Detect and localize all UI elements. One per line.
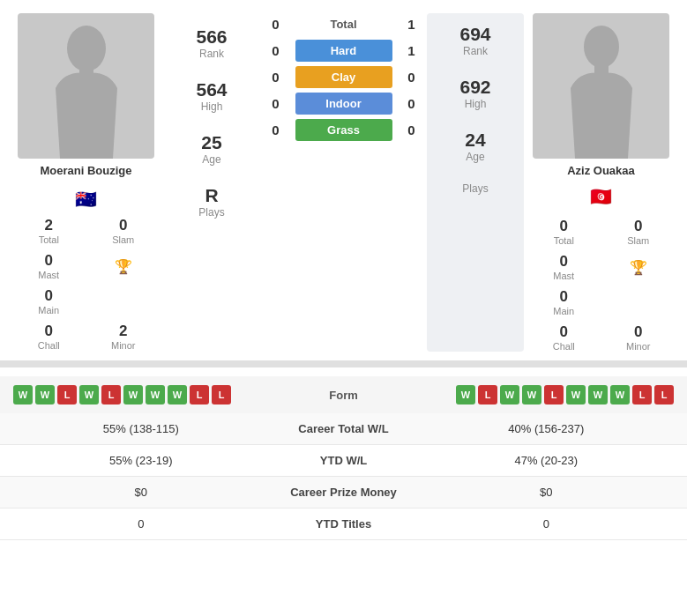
stats-rows: 55% (138-115) Career Total W/L 40% (156-… (0, 413, 687, 540)
right-player-flag: 🇹🇳 (590, 186, 612, 207)
stats-row-label: Career Prize Money (265, 486, 423, 499)
stats-row-right-value: $0 (423, 486, 670, 499)
stats-row: 0 YTD Titles 0 (0, 508, 687, 540)
left-age-block: 25 Age (201, 132, 221, 166)
score-clay-row: 0 Clay 0 (260, 66, 427, 88)
left-player-stats: 2 Total 0 Slam 0 Mast 🏆 0 Main 0 Chall (9, 217, 163, 351)
score-indoor-row: 0 Indoor 0 (260, 93, 427, 115)
stats-row-left-value: 0 (18, 517, 265, 531)
form-badge: L (478, 385, 497, 404)
score-grass-row: 0 Grass 0 (260, 119, 427, 141)
form-badge: W (79, 385, 99, 404)
right-chall-stat2: 0 Chall (531, 323, 597, 352)
score-hard-row: 0 Hard 1 (260, 40, 427, 62)
form-badge: L (654, 385, 674, 404)
form-badge: W (500, 385, 519, 404)
right-form-badges: WLWWLWWWLL (456, 385, 674, 404)
right-trophy2: 🏆 (606, 253, 672, 281)
left-player-card: Moerani Bouzige 🇦🇺 2 Total 0 Slam 0 Mast… (9, 13, 163, 352)
form-badge: L (57, 385, 77, 404)
left-minor-stat2: 2 Minor (91, 323, 157, 351)
center-scores: 0 Total 1 0 Hard 1 0 Clay 0 0 (260, 13, 427, 352)
right-rank-block: 694 Rank (459, 24, 490, 57)
svg-point-2 (584, 26, 619, 68)
top-section: Moerani Bouzige 🇦🇺 2 Total 0 Slam 0 Mast… (0, 0, 687, 360)
right-mast-stat2: 0 Mast (531, 253, 597, 281)
right-age-block: 24 Age (465, 130, 485, 163)
right-main-stat2: 0 Main (531, 288, 597, 316)
stats-row: 55% (138-115) Career Total W/L 40% (156-… (0, 413, 687, 445)
form-badge: W (456, 385, 475, 404)
left-player-silhouette (34, 22, 139, 159)
right-plays-block: Plays (462, 182, 488, 195)
left-player-name: Moerani Bouzige (40, 164, 131, 177)
right-total-stat2: 0 Total (531, 218, 597, 246)
right-slam-stat2: 0 Slam (606, 218, 672, 246)
form-badge: W (146, 385, 165, 404)
left-plays-block: R Plays (198, 185, 224, 219)
left-form-badges: WWLWLWWWLL (13, 385, 231, 404)
form-badge: L (544, 385, 564, 404)
scores-wrapper: 0 Total 1 0 Hard 1 0 Clay 0 0 (260, 13, 427, 141)
form-badge: W (168, 385, 187, 404)
left-player-flag: 🇦🇺 (74, 189, 99, 206)
right-player-name: Aziz Ouakaa (567, 164, 635, 177)
form-label: Form (329, 389, 358, 402)
left-slam-stat2: 0 Slam (91, 217, 157, 245)
stats-row: $0 Career Prize Money $0 (0, 477, 687, 508)
form-badge: W (13, 385, 33, 404)
right-middle-stats: 694 Rank 692 High 24 Age Plays (427, 13, 524, 352)
stats-row-right-value: 40% (156-237) (423, 422, 670, 435)
left-player-photo (18, 13, 154, 159)
svg-point-0 (67, 26, 106, 71)
left-total-stat2: 2 Total (16, 217, 82, 245)
form-badge: W (522, 385, 541, 404)
stats-row: 55% (23-19) YTD W/L 47% (20-23) (0, 445, 687, 477)
form-badge: L (101, 385, 121, 404)
form-badge: L (212, 385, 231, 404)
form-badge: W (35, 385, 55, 404)
form-badge: W (588, 385, 608, 404)
stats-row-right-value: 0 (423, 517, 670, 531)
stats-row-label: YTD Titles (265, 517, 423, 531)
left-main-stat2: 0 Main (16, 287, 82, 315)
left-trophy2: 🏆 (91, 252, 157, 280)
left-rank-block: 566 Rank (196, 26, 227, 60)
stats-row-left-value: 55% (138-115) (18, 422, 265, 435)
stats-row-left-value: 55% (23-19) (18, 454, 265, 467)
right-player-silhouette (549, 22, 654, 159)
left-chall-stat2: 0 Chall (16, 323, 82, 351)
stats-row-right-value: 47% (20-23) (423, 454, 670, 467)
form-section: WWLWLWWWLL Form WLWWLWWWLL (0, 376, 687, 413)
score-total-row: 0 Total 1 (260, 13, 427, 35)
stats-row-label: Career Total W/L (265, 422, 423, 435)
main-container: Moerani Bouzige 🇦🇺 2 Total 0 Slam 0 Mast… (0, 0, 687, 540)
svg-rect-3 (594, 66, 609, 77)
right-player-stats: 0 Total 0 Slam 0 Mast 🏆 0 Main 0 Chall (524, 218, 678, 352)
left-high-block: 564 High (196, 79, 227, 113)
form-badge: W (123, 385, 143, 404)
form-badge: L (190, 385, 209, 404)
stats-row-left-value: $0 (18, 486, 265, 499)
form-badge: W (610, 385, 630, 404)
form-badge: W (566, 385, 586, 404)
right-minor-stat2: 0 Minor (606, 323, 672, 352)
right-high-block: 692 High (459, 77, 490, 110)
stats-row-label: YTD W/L (265, 454, 423, 467)
right-player-card: Aziz Ouakaa 🇹🇳 0 Total 0 Slam 0 Mast 🏆 0… (524, 13, 678, 352)
right-player-photo (533, 13, 669, 159)
right-trophy-icon2: 🏆 (630, 259, 647, 276)
form-badge: L (632, 385, 652, 404)
left-trophy-icon2: 🏆 (115, 258, 132, 275)
left-middle-stats: 566 Rank 564 High 25 Age R Plays (163, 13, 260, 352)
left-mast-stat2: 0 Mast (16, 252, 82, 280)
section-divider (0, 360, 687, 367)
svg-rect-1 (79, 68, 93, 78)
